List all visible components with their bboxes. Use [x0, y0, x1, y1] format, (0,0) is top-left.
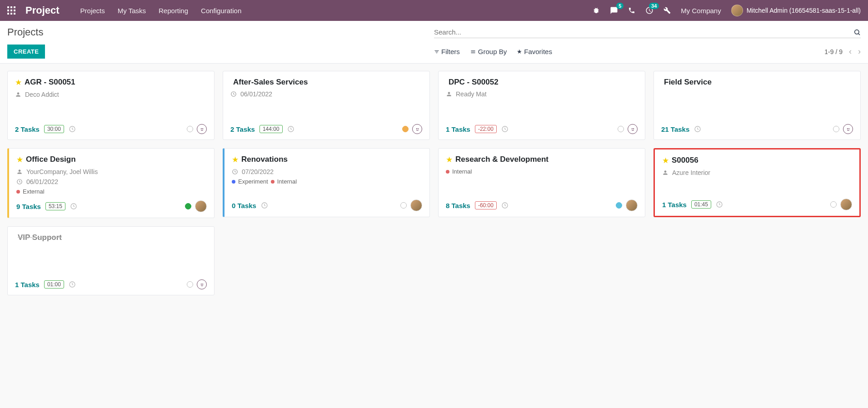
assignee-avatar[interactable] [195, 200, 207, 212]
card-footer: 2 Tasks30:00 [15, 119, 207, 134]
star-toggle[interactable]: ★ [232, 155, 239, 164]
navbar: Project ProjectsMy TasksReportingConfigu… [0, 0, 868, 21]
project-card-vip-support[interactable]: VIP Support1 Tasks01:00 [7, 226, 215, 295]
search-icon[interactable] [853, 29, 861, 36]
tools-icon[interactable] [663, 7, 671, 14]
filter-bar: Filters Group By ★ Favorites 1-9 / 9 ‹ › [434, 47, 861, 56]
star-toggle[interactable]: ★ [446, 155, 453, 164]
card-header: VIP Support [15, 233, 207, 242]
messages-badge: 5 [616, 3, 624, 9]
activities-badge: 34 [649, 3, 659, 9]
assignee-avatar[interactable] [626, 199, 638, 211]
status-circle[interactable] [833, 126, 839, 132]
project-card-research-development[interactable]: ★Research & DevelopmentInternal8 Tasks-6… [438, 148, 645, 217]
search-input[interactable] [434, 28, 853, 36]
rating-button[interactable] [412, 124, 422, 134]
status-circle[interactable] [402, 126, 409, 132]
clock-icon[interactable] [694, 125, 701, 133]
create-button[interactable]: CREATE [7, 45, 45, 59]
tasks-link[interactable]: 2 Tasks [230, 125, 255, 133]
time-badge: 144:00 [259, 125, 283, 133]
project-card-after-sales-services[interactable]: After-Sales Services06/01/20222 Tasks144… [223, 71, 430, 140]
assignee-avatar[interactable] [840, 199, 852, 210]
clock-icon[interactable] [287, 125, 294, 133]
nav-menu: ProjectsMy TasksReportingConfiguration [80, 7, 242, 15]
star-icon: ★ [517, 48, 522, 55]
card-header: DPC - S00052 [446, 78, 638, 87]
card-sub: Internal [446, 168, 638, 175]
card-header: Field Service [661, 78, 853, 87]
clock-icon[interactable] [716, 201, 723, 208]
project-card-s00056[interactable]: ★S00056Azure Interior1 Tasks01:45 [653, 148, 861, 217]
rating-button[interactable] [628, 124, 638, 134]
clock-icon[interactable] [501, 125, 509, 133]
tasks-link[interactable]: 1 Tasks [15, 281, 40, 289]
card-sub: Ready Mat [446, 90, 638, 98]
clock-icon[interactable] [501, 202, 509, 209]
clock-icon[interactable] [69, 281, 76, 288]
nav-item-reporting[interactable]: Reporting [159, 7, 188, 15]
rating-button[interactable] [843, 124, 853, 134]
tasks-link[interactable]: 1 Tasks [662, 201, 687, 209]
tasks-link[interactable]: 21 Tasks [661, 125, 689, 133]
svg-point-19 [632, 128, 632, 129]
groupby-label: Group By [478, 48, 507, 55]
footer-right [616, 199, 638, 211]
favorites-button[interactable]: ★ Favorites [517, 48, 552, 55]
pager-next[interactable]: › [858, 47, 861, 56]
assignee-avatar[interactable] [410, 199, 422, 211]
user-avatar [731, 5, 743, 16]
task-count: 21 [661, 125, 669, 133]
company-switcher[interactable]: My Company [681, 7, 721, 15]
clock-icon[interactable] [261, 202, 268, 209]
activities-icon[interactable]: 34 [645, 6, 653, 15]
project-card-field-service[interactable]: Field Service21 Tasks [653, 71, 861, 140]
control-panel: Projects CREATE Filters Group By ★ Favor… [0, 21, 868, 64]
project-card-agr-s00051[interactable]: ★AGR - S00051Deco Addict2 Tasks30:00 [7, 71, 215, 140]
task-label: Tasks [671, 125, 689, 133]
svg-point-13 [202, 128, 203, 129]
card-header: ★Office Design [16, 155, 207, 164]
footer-right [185, 200, 207, 212]
pager-text: 1-9 / 9 [824, 48, 843, 55]
apps-icon[interactable] [7, 6, 15, 15]
project-card-office-design[interactable]: ★Office DesignYourCompany, Joel Willis06… [7, 148, 215, 218]
nav-item-my-tasks[interactable]: My Tasks [118, 7, 146, 15]
status-circle[interactable] [618, 126, 624, 132]
project-title: Field Service [664, 78, 712, 87]
brand[interactable]: Project [25, 5, 60, 16]
bug-icon[interactable] [593, 7, 600, 14]
project-card-dpc-s00052[interactable]: DPC - S00052Ready Mat1 Tasks-22:00 [438, 71, 645, 140]
tasks-link[interactable]: 8 Tasks [446, 202, 470, 209]
search-box[interactable] [434, 26, 861, 38]
status-circle[interactable] [830, 201, 837, 208]
groupby-button[interactable]: Group By [470, 48, 507, 55]
nav-item-projects[interactable]: Projects [80, 7, 105, 15]
status-circle[interactable] [616, 202, 622, 209]
filters-button[interactable]: Filters [434, 48, 460, 55]
tasks-link[interactable]: 0 Tasks [232, 202, 256, 209]
status-circle[interactable] [185, 203, 191, 209]
star-toggle[interactable]: ★ [16, 155, 23, 164]
clock-icon[interactable] [69, 125, 76, 133]
project-card-renovations[interactable]: ★Renovations07/20/2022ExperimentInternal… [223, 148, 430, 217]
status-circle[interactable] [400, 202, 407, 209]
rating-button[interactable] [197, 124, 207, 134]
status-circle[interactable] [187, 281, 193, 288]
tasks-link[interactable]: 9 Tasks [16, 203, 41, 210]
pager-prev[interactable]: ‹ [849, 47, 852, 56]
clock-icon[interactable] [70, 203, 77, 210]
favorites-label: Favorites [524, 48, 552, 55]
status-circle[interactable] [187, 126, 193, 132]
footer-right [833, 124, 853, 134]
phone-icon[interactable] [628, 7, 635, 14]
star-toggle[interactable]: ★ [662, 156, 669, 165]
star-toggle[interactable]: ★ [15, 78, 22, 87]
nav-item-configuration[interactable]: Configuration [201, 7, 241, 15]
discuss-icon[interactable]: 5 [610, 6, 618, 15]
user-menu[interactable]: Mitchell Admin (16654581-saas-15-1-all) [731, 5, 861, 16]
rating-button[interactable] [197, 279, 207, 289]
tasks-link[interactable]: 2 Tasks [15, 125, 40, 133]
project-date: 06/01/2022 [26, 178, 58, 185]
tasks-link[interactable]: 1 Tasks [446, 125, 470, 133]
